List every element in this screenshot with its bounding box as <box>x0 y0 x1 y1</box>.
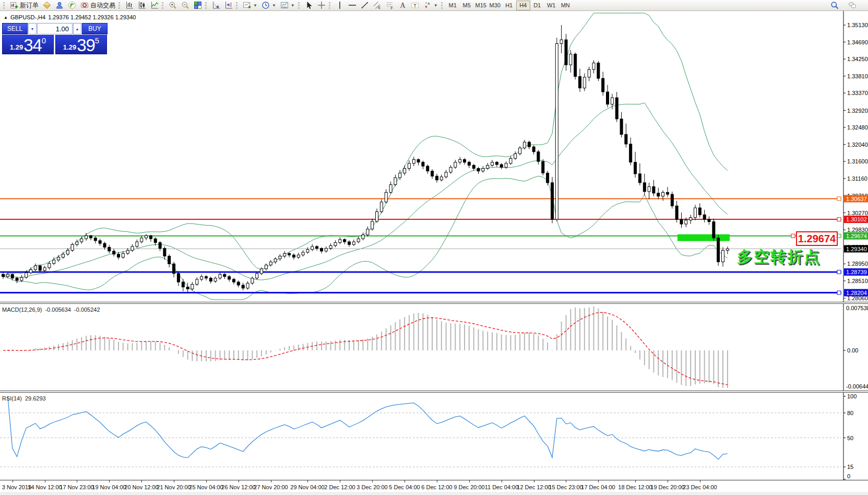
toolbar-grip[interactable] <box>3 2 5 9</box>
candle <box>205 277 208 278</box>
fibonacci-button[interactable]: F <box>384 1 396 10</box>
search-button[interactable] <box>828 1 841 10</box>
zoom-out-button[interactable] <box>179 1 192 10</box>
horizontal-line-button[interactable] <box>346 1 359 10</box>
templates-button[interactable]: ▼ <box>278 1 297 10</box>
tf-h1[interactable]: H1 <box>502 1 516 10</box>
tf-m30[interactable]: M30 <box>488 1 502 10</box>
volume-increase-button[interactable]: ▲ <box>73 23 81 34</box>
indicators-button[interactable]: ▼ <box>241 1 259 10</box>
vertical-line-button[interactable] <box>334 1 346 10</box>
price-tick-label: 1.31600 <box>847 158 868 164</box>
candle <box>306 250 309 252</box>
candle <box>186 287 189 289</box>
candle <box>671 194 673 206</box>
toolbar-grip[interactable] <box>236 2 238 9</box>
candle <box>311 246 314 250</box>
chart-shift-button[interactable] <box>222 1 235 10</box>
cursor-icon <box>305 1 313 9</box>
candle <box>145 235 148 238</box>
candle <box>500 164 503 167</box>
one-click-trading-panel: SELL ▼ ▲ BUY 1.29 34 0 1.29 39 5 <box>2 23 107 54</box>
toolbar-grip[interactable] <box>298 2 300 9</box>
bar-chart-button[interactable] <box>123 1 136 10</box>
community-button[interactable] <box>53 1 66 10</box>
zoom-in-button[interactable] <box>167 1 179 10</box>
arrows-button[interactable]: ▼ <box>421 1 440 10</box>
line-endpoint-marker[interactable] <box>837 291 841 294</box>
tf-m5[interactable]: M5 <box>460 1 474 10</box>
highlight-rectangle[interactable] <box>677 234 730 241</box>
callout-anchor-marker[interactable] <box>791 234 795 238</box>
candle <box>560 40 563 43</box>
tf-d1[interactable]: D1 <box>530 1 544 10</box>
candle <box>648 186 650 192</box>
tf-m15[interactable]: M15 <box>474 1 488 10</box>
text-label-button[interactable]: T <box>409 1 421 10</box>
tf-w1[interactable]: W1 <box>544 1 558 10</box>
toolbar-grip[interactable] <box>118 2 121 9</box>
cursor-button[interactable] <box>303 1 315 10</box>
candlestick-chart-button[interactable] <box>136 1 148 10</box>
autotrading-icon <box>80 1 89 9</box>
line-endpoint-marker[interactable] <box>837 234 841 238</box>
date-label: 5 Dec 04:00 <box>389 484 420 490</box>
main-price-chart[interactable]: 1.351301.346901.342501.338101.333701.329… <box>0 11 868 302</box>
toolbar-grip[interactable] <box>441 2 443 9</box>
date-label: 15 Dec 23:00 <box>549 484 582 490</box>
new-order-button[interactable]: 新订单 <box>8 1 41 10</box>
candle <box>80 239 83 242</box>
periods-button[interactable]: ▼ <box>259 1 278 10</box>
collapse-marker-icon[interactable]: ▲ <box>4 15 8 20</box>
date-label: 23 Dec 04:00 <box>683 484 717 490</box>
trendline-button[interactable] <box>359 1 371 10</box>
volume-decrease-button[interactable]: ▼ <box>28 23 37 34</box>
rsi-label: RSI(14) 29.6293 <box>2 395 46 402</box>
candle <box>76 242 78 244</box>
candle <box>228 277 231 279</box>
buy-button[interactable]: BUY <box>82 23 108 34</box>
toolbar-grip[interactable] <box>162 2 164 9</box>
objects-group: EFAT▼ <box>328 0 440 11</box>
tf-m15-label: M15 <box>475 2 486 8</box>
candle <box>685 220 687 224</box>
search-icon <box>830 1 839 9</box>
line-chart-button[interactable] <box>148 1 161 10</box>
tf-h4[interactable]: H4 <box>516 1 530 10</box>
autotrading-button[interactable]: 自动交易 <box>78 1 117 10</box>
crosshair-button[interactable] <box>315 1 328 10</box>
rsi-panel[interactable]: 1008050150 <box>0 393 868 480</box>
sell-button[interactable]: SELL <box>2 23 28 34</box>
line-endpoint-marker[interactable] <box>837 270 841 274</box>
tf-h1-label: H1 <box>505 2 513 8</box>
toolbar-grip[interactable] <box>329 2 331 9</box>
equidistant-channel-button[interactable]: E <box>371 1 384 10</box>
line-endpoint-marker[interactable] <box>837 197 841 201</box>
volume-input[interactable] <box>37 23 73 34</box>
candle <box>6 274 9 276</box>
signals-button[interactable] <box>66 1 78 10</box>
candle <box>505 163 507 167</box>
annotation-text[interactable]: 多空转折点 <box>737 248 821 265</box>
tf-m1-label: M1 <box>449 2 457 8</box>
tile-windows-button[interactable] <box>192 1 204 10</box>
candle <box>726 249 729 251</box>
time-tick <box>174 480 174 482</box>
text-button[interactable]: A <box>396 1 409 10</box>
macd-panel[interactable]: 0.0075380.00-0.006446 <box>0 304 868 391</box>
candle <box>694 208 697 218</box>
tf-m1[interactable]: M1 <box>446 1 460 10</box>
metaeditor-button[interactable] <box>41 1 53 10</box>
tf-mn[interactable]: MN <box>558 1 573 10</box>
auto-scroll-button[interactable] <box>210 1 222 10</box>
axis-price-label-text: 1.30102 <box>846 216 867 222</box>
candle <box>519 148 521 154</box>
chat-button[interactable] <box>846 1 859 10</box>
macd-axis-top: 0.007538 <box>846 305 868 311</box>
toolbar-grip[interactable] <box>205 2 207 9</box>
sell-price-display[interactable]: 1.29 34 0 <box>2 35 54 54</box>
line-endpoint-marker[interactable] <box>837 218 841 221</box>
buy-price-display[interactable]: 1.29 39 5 <box>55 35 107 54</box>
axis-price-label-text: 1.28204 <box>846 290 867 296</box>
date-label: 20 Nov 12:00 <box>124 484 158 490</box>
